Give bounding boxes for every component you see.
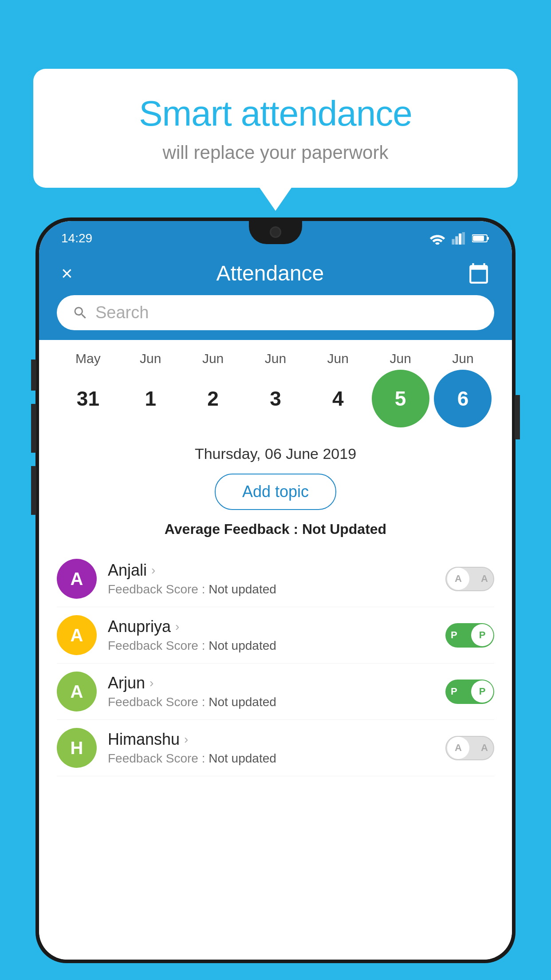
student-info: Himanshu ›Feedback Score : Not updated xyxy=(108,730,434,766)
svg-rect-1 xyxy=(455,236,458,245)
student-row: AAnupriya ›Feedback Score : Not updatedP… xyxy=(57,607,494,664)
calendar-icon[interactable] xyxy=(468,262,490,285)
svg-rect-5 xyxy=(487,237,489,240)
students-list: AAnjali ›Feedback Score : Not updatedAAA… xyxy=(57,551,494,776)
toggle-knob: P xyxy=(471,624,493,646)
calendar-month: Jun xyxy=(372,351,429,366)
phone-screen: 14:29 xyxy=(39,221,512,960)
student-row: AAnjali ›Feedback Score : Not updatedAA xyxy=(57,551,494,607)
phone: 14:29 xyxy=(35,217,516,980)
side-button-vol-up xyxy=(31,404,36,453)
student-name[interactable]: Anjali › xyxy=(108,561,434,580)
search-icon xyxy=(72,305,88,321)
student-feedback: Feedback Score : Not updated xyxy=(108,582,434,597)
speech-bubble-subtitle: will replace your paperwork xyxy=(60,142,491,163)
calendar-dates[interactable]: 31123456 xyxy=(57,370,494,427)
calendar-date[interactable]: 31 xyxy=(59,370,117,427)
search-bar-container: Search xyxy=(39,295,512,340)
student-avatar: A xyxy=(57,559,97,599)
calendar-months: MayJunJunJunJunJunJun xyxy=(57,351,494,366)
toggle-off-label: A xyxy=(481,742,488,754)
app-bar-title: Attendance xyxy=(73,261,468,285)
calendar-section: MayJunJunJunJunJunJun 31123456 xyxy=(39,340,512,434)
attendance-toggle[interactable]: AA xyxy=(445,567,494,591)
side-button-power xyxy=(515,395,520,439)
avg-feedback: Average Feedback : Not Updated xyxy=(57,521,494,537)
search-bar[interactable]: Search xyxy=(57,295,494,330)
student-name[interactable]: Arjun › xyxy=(108,674,434,692)
toggle-on-label: P xyxy=(451,686,457,697)
student-feedback: Feedback Score : Not updated xyxy=(108,695,434,709)
attendance-toggle[interactable]: PP xyxy=(445,623,494,648)
student-row: AArjun ›Feedback Score : Not updatedPP xyxy=(57,664,494,720)
student-row: HHimanshu ›Feedback Score : Not updatedA… xyxy=(57,720,494,776)
search-placeholder: Search xyxy=(95,303,149,322)
side-button-vol-down xyxy=(31,466,36,515)
attendance-toggle[interactable]: PP xyxy=(445,680,494,704)
speech-bubble-title: Smart attendance xyxy=(60,93,491,134)
chevron-icon: › xyxy=(150,676,153,690)
app-bar: × Attendance xyxy=(39,251,512,295)
wifi-icon xyxy=(429,232,445,245)
content-area: Thursday, 06 June 2019 Add topic Average… xyxy=(39,434,512,960)
toggle-knob: P xyxy=(471,680,493,703)
calendar-month: Jun xyxy=(184,351,242,366)
status-icons xyxy=(429,232,490,245)
status-time: 14:29 xyxy=(61,231,92,245)
chevron-icon: › xyxy=(151,563,155,577)
student-feedback: Feedback Score : Not updated xyxy=(108,639,434,653)
calendar-month: Jun xyxy=(309,351,367,366)
student-name[interactable]: Himanshu › xyxy=(108,730,434,749)
svg-rect-3 xyxy=(462,232,465,245)
svg-rect-6 xyxy=(473,236,484,241)
calendar-date[interactable]: 6 xyxy=(434,370,492,427)
camera xyxy=(270,226,281,238)
calendar-date[interactable]: 5 xyxy=(372,370,429,427)
phone-outer: 14:29 xyxy=(35,217,516,963)
phone-inner: 14:29 xyxy=(39,221,512,960)
close-button[interactable]: × xyxy=(61,262,73,285)
battery-icon xyxy=(472,233,490,243)
toggle-knob: A xyxy=(447,737,469,759)
calendar-month: Jun xyxy=(434,351,492,366)
selected-date: Thursday, 06 June 2019 xyxy=(57,445,494,462)
student-info: Arjun ›Feedback Score : Not updated xyxy=(108,674,434,709)
toggle-knob: A xyxy=(447,568,469,590)
calendar-date[interactable]: 3 xyxy=(247,370,304,427)
chevron-icon: › xyxy=(184,732,188,747)
chevron-icon: › xyxy=(175,620,179,634)
svg-rect-2 xyxy=(459,233,461,245)
student-avatar: A xyxy=(57,615,97,655)
avg-feedback-value: Not Updated xyxy=(302,521,386,537)
student-info: Anupriya ›Feedback Score : Not updated xyxy=(108,617,434,653)
add-topic-button[interactable]: Add topic xyxy=(215,474,336,510)
student-info: Anjali ›Feedback Score : Not updated xyxy=(108,561,434,597)
notch xyxy=(249,221,302,244)
toggle-on-label: P xyxy=(451,629,457,641)
student-avatar: A xyxy=(57,672,97,711)
calendar-date[interactable]: 4 xyxy=(309,370,367,427)
side-button-mute xyxy=(31,360,36,391)
calendar-date[interactable]: 1 xyxy=(122,370,179,427)
calendar-month: May xyxy=(59,351,117,366)
avg-feedback-label: Average Feedback : xyxy=(165,521,298,537)
toggle-off-label: A xyxy=(481,573,488,585)
student-name[interactable]: Anupriya › xyxy=(108,617,434,636)
svg-rect-0 xyxy=(452,239,454,245)
student-feedback: Feedback Score : Not updated xyxy=(108,751,434,766)
student-avatar: H xyxy=(57,728,97,768)
signal-icon xyxy=(452,232,466,245)
calendar-month: Jun xyxy=(247,351,304,366)
speech-bubble: Smart attendance will replace your paper… xyxy=(33,69,518,188)
calendar-date[interactable]: 2 xyxy=(184,370,242,427)
speech-bubble-container: Smart attendance will replace your paper… xyxy=(33,69,518,188)
calendar-month: Jun xyxy=(122,351,179,366)
attendance-toggle[interactable]: AA xyxy=(445,736,494,760)
